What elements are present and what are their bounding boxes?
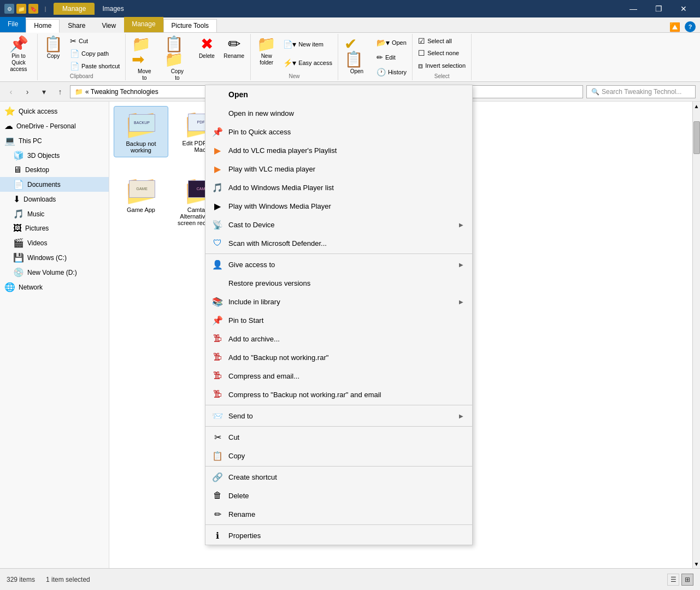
tab-file[interactable]: File [0, 17, 26, 32]
sidebar-item-3d-objects[interactable]: 🧊 3D Objects [0, 148, 109, 163]
tab-share[interactable]: Share [60, 19, 93, 33]
ctx-item-include-library[interactable]: 📚 Include in library ▶ [205, 292, 472, 311]
sidebar-item-music[interactable]: 🎵 Music [0, 206, 109, 221]
forward-button[interactable]: › [21, 85, 34, 98]
new-group-label: New [289, 73, 300, 79]
sidebar-item-videos[interactable]: 🎬 Videos [0, 235, 109, 250]
sidebar-item-windows-c[interactable]: 💾 Windows (C:) [0, 250, 109, 265]
select-buttons: ☑ Select all ☐ Select none ⧈ Invert sele… [416, 35, 468, 72]
ctx-library-arrow: ▶ [459, 299, 463, 305]
grid-view-button[interactable]: ⊞ [681, 574, 693, 586]
properties-button[interactable]: ✔📋 Open [342, 35, 372, 76]
ctx-item-create-shortcut[interactable]: 🔗 Create shortcut [205, 468, 472, 486]
manage-tab-title[interactable]: Manage [54, 3, 95, 15]
sidebar-item-desktop[interactable]: 🖥 Desktop [0, 163, 109, 177]
sidebar-item-documents[interactable]: 📄 Documents [0, 177, 109, 192]
close-button[interactable]: ✕ [672, 0, 696, 17]
search-box[interactable]: 🔍 Search Tweaking Technol... [586, 85, 696, 98]
sidebar-item-new-volume-d[interactable]: 💿 New Volume (D:) [0, 265, 109, 280]
ctx-item-add-vlc-playlist[interactable]: ▶ Add to VLC media player's Playlist [205, 141, 472, 160]
tab-picture-tools[interactable]: Picture Tools [163, 19, 217, 33]
list-view-button[interactable]: ☰ [667, 574, 679, 586]
ctx-item-play-wmp[interactable]: ▶ Play with Windows Media Player [205, 197, 472, 215]
vertical-scrollbar[interactable]: ▲ ▼ [692, 102, 700, 568]
paste-shortcut-button[interactable]: 📄 Paste shortcut [68, 61, 122, 72]
sidebar-item-downloads[interactable]: ⬇ Downloads [0, 192, 109, 206]
sidebar-item-pictures[interactable]: 🖼 Pictures [0, 221, 109, 235]
history-button[interactable]: 🕐 History [374, 67, 409, 78]
open-button[interactable]: 📂▾ Open [374, 37, 409, 48]
tab-manage[interactable]: Manage [124, 17, 163, 32]
scroll-track [693, 165, 700, 559]
ctx-item-pin-start[interactable]: 📌 Pin to Start [205, 311, 472, 329]
new-folder-button[interactable]: 📁 New folder [254, 35, 279, 68]
delete-button[interactable]: ✖ Delete [195, 35, 219, 61]
folder-icon-tb[interactable]: 📁 [16, 4, 26, 14]
ctx-vlc-play-label: Play with VLC media player [228, 165, 463, 173]
file-item-backup-not-working[interactable]: 📁 BACKUP Backup notworking [114, 106, 168, 157]
easy-access-button[interactable]: ⚡▾ Easy access [281, 57, 334, 68]
ctx-defender-icon: 🛡 [212, 238, 223, 249]
ctx-item-delete[interactable]: 🗑 Delete [205, 486, 472, 505]
scroll-up-button[interactable]: ▲ [693, 102, 700, 110]
ctx-item-compress-rar-email[interactable]: 🗜 Compress to "Backup not working.rar" a… [205, 385, 472, 404]
ctx-item-copy[interactable]: 📋 Copy [205, 446, 472, 465]
ctx-item-properties[interactable]: ℹ Properties [205, 526, 472, 545]
ctx-item-scan-defender[interactable]: 🛡 Scan with Microsoft Defender... [205, 234, 472, 252]
cut-button[interactable]: ✂ Cut [68, 36, 122, 46]
window-title: Images [102, 5, 123, 13]
help-button[interactable]: ? [685, 21, 696, 32]
invert-selection-button[interactable]: ⧈ Invert selection [416, 60, 468, 72]
move-to-button[interactable]: 📁➡ Move to [129, 35, 160, 83]
ctx-item-pin-quick-access[interactable]: 📌 Pin to Quick access [205, 122, 472, 141]
window-controls: — ❐ ✕ [621, 0, 696, 17]
tab-home[interactable]: Home [26, 19, 60, 33]
new-item-button[interactable]: 📄▾ New item [281, 39, 334, 50]
recent-button[interactable]: ▾ [37, 85, 50, 98]
pin-quick-access-button[interactable]: 📌 Pin to Quick access [3, 35, 34, 74]
sidebar-item-network[interactable]: 🌐 Network [0, 280, 109, 294]
scroll-thumb[interactable] [693, 121, 700, 154]
ctx-separator-1 [205, 253, 472, 254]
ctx-item-give-access[interactable]: 👤 Give access to ▶ [205, 255, 472, 274]
back-button[interactable]: ‹ [4, 85, 17, 98]
copy-button[interactable]: 📋 Copy [41, 35, 66, 61]
ctx-item-cut[interactable]: ✂ Cut [205, 428, 472, 446]
ctx-item-send-to[interactable]: 📨 Send to ▶ [205, 406, 472, 425]
ctx-item-add-archive[interactable]: 🗜 Add to archive... [205, 329, 472, 348]
ctx-item-open-new-window[interactable]: Open in new window [205, 104, 472, 122]
ctx-item-add-rar[interactable]: 🗜 Add to "Backup not working.rar" [205, 348, 472, 367]
minimize-button[interactable]: — [621, 0, 645, 17]
sidebar-item-onedrive[interactable]: ☁ OneDrive - Personal [0, 119, 109, 133]
customize-icon[interactable]: ⚙ [4, 4, 14, 14]
restore-button[interactable]: ❐ [646, 0, 670, 17]
invert-label: Invert selection [425, 62, 466, 69]
properties-icon: ✔📋 [344, 37, 369, 67]
cut-icon: ✂ [70, 37, 77, 45]
ctx-item-open[interactable]: Open [205, 85, 472, 104]
ctx-compress-rar-email-label: Compress to "Backup not working.rar" and… [228, 391, 463, 399]
sidebar-item-this-pc[interactable]: 💻 This PC [0, 133, 109, 148]
ctx-item-compress-email[interactable]: 🗜 Compress and email... [205, 367, 472, 385]
sidebar-item-label-music: Music [27, 210, 44, 218]
collapse-ribbon-button[interactable]: 🔼 [669, 22, 680, 32]
select-all-button[interactable]: ☑ Select all [416, 36, 468, 46]
ctx-item-rename[interactable]: ✏ Rename [205, 505, 472, 523]
ctx-item-restore-versions[interactable]: Restore previous versions [205, 274, 472, 292]
ctx-item-cast-device[interactable]: 📡 Cast to Device ▶ [205, 215, 472, 234]
history-label: History [388, 69, 407, 75]
select-none-button[interactable]: ☐ Select none [416, 48, 468, 58]
sidebar-item-quick-access[interactable]: ⭐ Quick access [0, 104, 109, 119]
bookmark-icon[interactable]: 🔖 [28, 4, 38, 14]
scroll-down-button[interactable]: ▼ [693, 559, 700, 568]
file-item-game-app[interactable]: 📁 GAME Game App [114, 173, 168, 229]
ctx-item-play-vlc[interactable]: ▶ Play with VLC media player [205, 160, 472, 178]
copy-path-button[interactable]: 📄 Copy path [68, 48, 122, 59]
copy-to-button[interactable]: 📋📁 Copy to [162, 35, 192, 83]
edit-button[interactable]: ✏ Edit [374, 52, 409, 63]
up-button[interactable]: ↑ [54, 85, 67, 98]
rename-button[interactable]: ✏ Rename [221, 35, 247, 61]
ctx-archive-label: Add to archive... [228, 335, 463, 343]
tab-view[interactable]: View [93, 19, 124, 33]
ctx-item-add-wmp-list[interactable]: 🎵 Add to Windows Media Player list [205, 178, 472, 197]
